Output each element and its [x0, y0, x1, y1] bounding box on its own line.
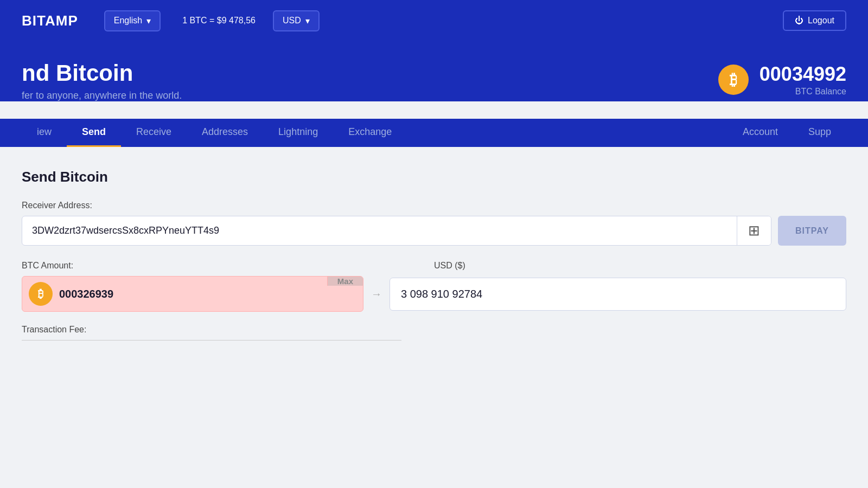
tab-overview[interactable]: iew [22, 119, 67, 147]
qr-scan-button[interactable]: ⊞ [737, 216, 771, 245]
usd-input-wrap [390, 278, 846, 311]
amount-row: ₿ Max → [22, 276, 846, 312]
balance-amount: 00034992 [760, 63, 846, 86]
bitpay-button[interactable]: BITPAY [778, 216, 846, 246]
chevron-down-icon: ▾ [305, 16, 310, 26]
currency-selector[interactable]: USD ▾ [273, 10, 320, 31]
language-selector[interactable]: English ▾ [104, 10, 161, 31]
bitcoin-symbol: ₿ [730, 71, 737, 89]
language-label: English [114, 16, 142, 25]
tab-lightning[interactable]: Lightning [263, 119, 333, 147]
tab-exchange[interactable]: Exchange [333, 119, 407, 147]
power-icon: ⏻ [795, 16, 803, 25]
logo: BITAMP [22, 12, 78, 29]
hero-right: ₿ 00034992 BTC Balance [718, 63, 846, 97]
logout-button[interactable]: ⏻ Logout [783, 10, 846, 31]
fee-label: Transaction Fee: [22, 325, 846, 335]
btc-input-wrap: ₿ Max [22, 276, 363, 312]
btc-amount-input[interactable] [59, 279, 327, 309]
content-area: Send Bitcoin Receiver Address: ⊞ BITPAY … [0, 147, 868, 472]
btc-icon: ₿ [718, 65, 749, 95]
hero-section: nd Bitcoin fer to anyone, anywhere in th… [0, 41, 868, 101]
btc-price: 1 BTC = $9 478,56 [182, 16, 256, 25]
amount-labels: BTC Amount: USD ($) [22, 261, 846, 271]
fee-divider [22, 340, 401, 341]
nav-tabs: iew Send Receive Addresses Lightning Exc… [0, 119, 868, 147]
header: BITAMP English ▾ 1 BTC = $9 478,56 USD ▾… [0, 0, 868, 41]
qr-icon: ⊞ [748, 222, 760, 239]
usd-amount-label: USD ($) [434, 261, 465, 271]
tab-support[interactable]: Supp [793, 119, 846, 147]
section-title: Send Bitcoin [22, 169, 846, 185]
tab-receive[interactable]: Receive [121, 119, 187, 147]
usd-amount-input[interactable] [390, 278, 846, 310]
btc-icon-small: ₿ [29, 282, 53, 306]
logout-label: Logout [808, 16, 834, 25]
receiver-input[interactable] [22, 216, 737, 245]
chevron-down-icon: ▾ [146, 16, 151, 26]
receiver-label: Receiver Address: [22, 201, 846, 210]
balance-info: 00034992 BTC Balance [760, 63, 846, 97]
receiver-input-wrap: ⊞ [22, 216, 771, 246]
currency-label: USD [283, 16, 301, 25]
bitcoin-symbol-small: ₿ [38, 288, 43, 300]
balance-label: BTC Balance [760, 87, 846, 97]
max-button[interactable]: Max [327, 277, 363, 286]
receiver-row: ⊞ BITPAY [22, 216, 846, 246]
hero-subtitle: fer to anyone, anywhere in the world. [22, 90, 182, 101]
tab-addresses[interactable]: Addresses [187, 119, 263, 147]
nav-tabs-right: Account Supp [727, 119, 846, 147]
tab-send[interactable]: Send [67, 119, 121, 147]
btc-amount-label: BTC Amount: [22, 261, 401, 271]
nav-tabs-left: iew Send Receive Addresses Lightning Exc… [22, 119, 407, 147]
arrow-right-icon: → [371, 288, 382, 300]
tab-account[interactable]: Account [727, 119, 793, 147]
hero-left: nd Bitcoin fer to anyone, anywhere in th… [22, 61, 182, 101]
hero-title: nd Bitcoin [22, 61, 182, 86]
